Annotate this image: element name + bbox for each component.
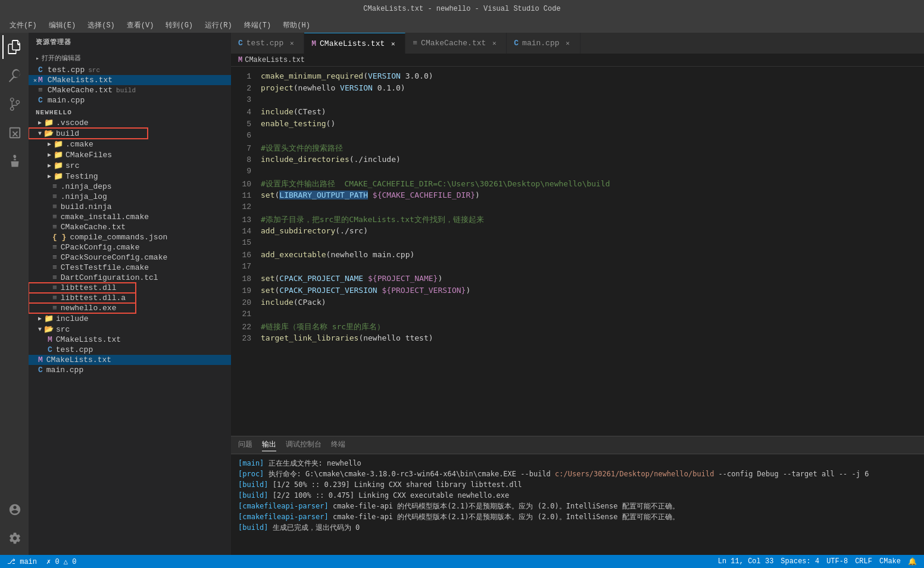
open-file-test-cpp[interactable]: C test.cpp src [29, 65, 231, 75]
menu-item-goto[interactable]: 转到(G) [161, 19, 198, 32]
menu-item-file[interactable]: 文件(F) [5, 19, 42, 32]
window-title: CMakeLists.txt - newhello - Visual Studi… [363, 5, 560, 13]
open-file-label: test.cpp [48, 65, 85, 74]
code-line-20: 20 include(CPack) [231, 298, 924, 310]
tree-item-testing[interactable]: ▶ 📁 Testing [29, 171, 231, 182]
tab-close-main-cpp[interactable]: ✕ [563, 39, 573, 48]
status-errors[interactable]: ✗ 0 △ 0 [46, 557, 76, 566]
status-spaces[interactable]: Spaces: 4 [781, 557, 819, 566]
menu-item-view[interactable]: 查看(V) [122, 19, 159, 32]
activity-explorer[interactable] [2, 35, 26, 59]
tab-close-cmakelists[interactable]: ✕ [388, 39, 398, 48]
terminal-tab-bar: 问题 输出 调试控制台 终端 [231, 436, 924, 454]
file-label-libttest-dll-a: libttest.dll.a [61, 294, 126, 302]
status-position[interactable]: Ln 11, Col 33 [718, 557, 774, 566]
tree-item-cpacksource[interactable]: ≡ CPackSourceConfig.cmake [29, 252, 231, 263]
tree-item-src-build[interactable]: ▶ 📁 src [29, 160, 231, 171]
status-encoding[interactable]: UTF-8 [826, 557, 848, 566]
sidebar: 资源管理器 ▸ 打开的编辑器 C test.cpp src ✕ M CMakeL… [29, 33, 231, 555]
newhello-label: NEWHELLO [36, 109, 72, 116]
code-line-8: 8 include_directories(./include) [231, 155, 924, 167]
tree-item-vscode[interactable]: ▶ 📁 .vscode [29, 117, 231, 128]
terminal-tab-debug[interactable]: 调试控制台 [286, 439, 321, 451]
tree-item-cmake[interactable]: ▶ 📁 .cmake [29, 139, 231, 149]
file-label-ctestfile: CTestTestfile.cmake [61, 263, 149, 272]
status-branch[interactable]: ⎇ main [7, 557, 37, 566]
code-line-23: 23 target_link_libraries(newhello ttest) [231, 333, 924, 345]
tree-item-cmake-install[interactable]: ≡ cmake_install.cmake [29, 212, 231, 222]
close-icon-small[interactable]: ✕ [33, 77, 37, 84]
tab-cmakecache[interactable]: ≡ CMakeCache.txt ✕ [405, 33, 507, 54]
line-content-10: #设置库文件输出路径 CMAKE_CACHEFILE_DIR=C:\Users\… [261, 179, 610, 189]
tree-item-ctestfile[interactable]: ≡ CTestTestfile.cmake [29, 263, 231, 273]
terminal-tab-output[interactable]: 输出 [262, 439, 276, 451]
tree-item-newhello-exe[interactable]: ≡ newhello.exe [29, 303, 136, 313]
tab-main-cpp[interactable]: C main.cpp ✕ [507, 33, 580, 54]
open-file-cmakecache[interactable]: ≡ CMakeCache.txt build [29, 85, 231, 95]
tree-item-cpackconfig[interactable]: ≡ CPackConfig.cmake [29, 242, 231, 252]
tree-item-libttest-dll[interactable]: ≡ libttest.dll [29, 283, 136, 293]
tree-item-cmakefiles[interactable]: ▶ 📁 CMakeFiles [29, 149, 231, 160]
sidebar-header: 资源管理器 [29, 33, 231, 51]
menu-item-help[interactable]: 帮助(H) [278, 19, 315, 32]
status-language[interactable]: CMake [879, 557, 901, 566]
line-num-18: 18 [231, 274, 261, 283]
open-file-cache-label: CMakeCache.txt [48, 86, 113, 95]
activity-extensions[interactable] [2, 121, 26, 145]
tree-item-cmakelists-root[interactable]: M CMakeLists.txt [29, 355, 231, 365]
tree-item-ninja-log[interactable]: ≡ .ninja_log [29, 192, 231, 202]
menu-item-edit[interactable]: 编辑(E) [44, 19, 81, 32]
status-eol[interactable]: CRLF [855, 557, 872, 566]
tree-item-include[interactable]: ▶ 📁 include [29, 313, 231, 324]
terminal-content: [main] 正在生成文件夹: newhello [proc] 执行命令: G:… [231, 454, 924, 555]
tree-item-main-cpp[interactable]: C main.cpp [29, 365, 231, 375]
open-file-cmakelists[interactable]: ✕ M CMakeLists.txt [29, 75, 231, 85]
terminal-tab-problems[interactable]: 问题 [238, 439, 252, 451]
code-line-19: 19 set(CPACK_PROJECT_VERSION ${PROJECT_V… [231, 286, 924, 298]
chevron-right-icon-cmakefiles: ▶ [48, 151, 51, 158]
menu-item-run[interactable]: 运行(R) [200, 19, 237, 32]
tree-item-src[interactable]: ▼ 📂 src [29, 324, 231, 335]
line-num-10: 10 [231, 180, 261, 189]
tab-cmakelists[interactable]: M CMakeLists.txt ✕ [304, 33, 405, 54]
tab-close-cmakecache[interactable]: ✕ [489, 39, 499, 48]
tree-item-compile-commands[interactable]: { } compile_commands.json [29, 232, 231, 242]
editor-content[interactable]: 1 cmake_minimum_required(VERSION 3.0.0) … [231, 67, 924, 436]
newhello-section-title[interactable]: NEWHELLO [29, 105, 231, 117]
open-file-main-cpp[interactable]: C main.cpp [29, 95, 231, 105]
activity-source-control[interactable] [2, 92, 26, 116]
tree-item-build-ninja[interactable]: ≡ build.ninja [29, 202, 231, 212]
file-label-cmakecache-build: CMakeCache.txt [61, 223, 126, 232]
file-icon-newhello-exe: ≡ [52, 304, 57, 313]
tree-item-cmakecache-build[interactable]: ≡ CMakeCache.txt [29, 222, 231, 232]
tree-item-ninja-deps[interactable]: ≡ .ninja_deps [29, 182, 231, 192]
terminal-tab-terminal[interactable]: 终端 [331, 439, 345, 451]
open-editors-section[interactable]: ▸ 打开的编辑器 [29, 51, 231, 65]
activity-settings[interactable] [2, 526, 26, 550]
line-content-11: set(LIBRARY_OUTPUT_PATH ${CMAKE_CACHEFIL… [261, 191, 480, 199]
line-num-16: 16 [231, 251, 261, 260]
line-num-21: 21 [231, 310, 261, 319]
tree-item-test-cpp-src[interactable]: C test.cpp [29, 345, 231, 355]
file-icon-main-cpp: C [38, 366, 43, 374]
tree-item-cmakelists-src[interactable]: M CMakeLists.txt [29, 335, 231, 345]
tree-item-build[interactable]: ▼ 📂 build [29, 128, 148, 139]
tree-item-dartconfig[interactable]: ≡ DartConfiguration.tcl [29, 273, 231, 283]
chevron-right-icon-include: ▶ [38, 315, 42, 322]
tab-close-test-cpp[interactable]: ✕ [287, 39, 296, 48]
folder-icon-cmakefiles: 📁 [54, 150, 63, 160]
activity-search[interactable] [2, 64, 26, 88]
activity-test[interactable] [2, 149, 26, 173]
activity-account[interactable] [2, 498, 26, 522]
menu-item-select[interactable]: 选择(S) [83, 19, 120, 32]
menu-item-terminal[interactable]: 终端(T) [239, 19, 276, 32]
code-line-16: 16 add_executable(newhello main.cpp) [231, 250, 924, 262]
chevron-right-icon-testing: ▶ [48, 173, 51, 180]
line-num-3: 3 [231, 95, 261, 104]
status-bar: ⎇ main ✗ 0 △ 0 Ln 11, Col 33 Spaces: 4 U… [0, 555, 924, 568]
tab-test-cpp[interactable]: C test.cpp ✕ [231, 33, 304, 54]
tree-item-libttest-dll-a[interactable]: ≡ libttest.dll.a [29, 293, 136, 303]
status-notifications[interactable]: 🔔 [908, 557, 917, 566]
code-line-21: 21 [231, 310, 924, 322]
file-icon-test-cpp-src: C [48, 345, 52, 354]
